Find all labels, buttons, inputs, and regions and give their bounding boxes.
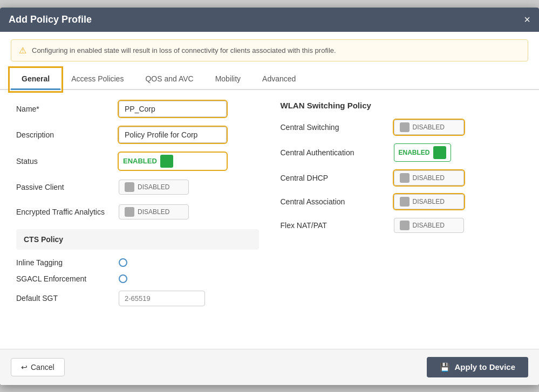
central-assoc-toggle[interactable]: DISABLED xyxy=(394,194,464,209)
modal-footer: ↩ Cancel 💾 Apply to Device xyxy=(0,349,539,385)
central-switching-row: Central Switching DISABLED xyxy=(281,120,523,135)
description-label: Description xyxy=(16,130,113,139)
flex-nat-value: DISABLED xyxy=(413,222,445,229)
central-auth-value: ENABLED xyxy=(399,149,430,156)
passive-client-row: Passive Client DISABLED xyxy=(16,180,259,195)
default-sgt-input[interactable] xyxy=(119,291,205,306)
flex-nat-row: Flex NAT/PAT DISABLED xyxy=(281,218,523,233)
cancel-button[interactable]: ↩ Cancel xyxy=(11,358,65,376)
central-assoc-value: DISABLED xyxy=(413,198,445,205)
apply-label: Apply to Device xyxy=(454,362,515,372)
sgacl-enforcement-label: SGACL Enforcement xyxy=(16,274,113,283)
name-label: Name* xyxy=(16,105,113,113)
encrypted-traffic-label: Encrypted Traffic Analytics xyxy=(16,208,113,216)
central-switching-value: DISABLED xyxy=(413,123,445,131)
right-column: WLAN Switching Policy Central Switching … xyxy=(281,101,523,338)
tab-access-policies[interactable]: Access Policies xyxy=(60,69,134,89)
tab-bar: General Access Policies QOS and AVC Mobi… xyxy=(0,69,539,90)
warning-icon: ⚠ xyxy=(19,45,26,56)
central-dhcp-label: Central DHCP xyxy=(281,174,388,182)
flex-nat-label: Flex NAT/PAT xyxy=(281,221,388,230)
status-toggle[interactable]: ENABLED xyxy=(119,153,227,170)
add-policy-profile-modal: Add Policy Profile × ⚠ Configuring in en… xyxy=(0,8,539,385)
status-label: Status xyxy=(16,157,113,166)
sgacl-enforcement-radio[interactable] xyxy=(119,274,127,283)
sgacl-enforcement-row: SGACL Enforcement xyxy=(16,274,259,283)
default-sgt-label: Default SGT xyxy=(16,294,113,302)
central-switching-label: Central Switching xyxy=(281,123,388,132)
central-assoc-icon xyxy=(400,197,410,207)
inline-tagging-label: Inline Tagging xyxy=(16,258,113,267)
status-enabled-label: ENABLED xyxy=(123,155,173,168)
central-dhcp-value: DISABLED xyxy=(413,174,445,182)
central-switching-icon xyxy=(400,122,410,132)
flex-nat-icon xyxy=(400,221,410,230)
modal-title: Add Policy Profile xyxy=(9,14,92,25)
description-row: Description xyxy=(16,127,259,143)
central-dhcp-icon xyxy=(400,173,410,183)
flex-nat-toggle[interactable]: DISABLED xyxy=(394,218,464,233)
encrypted-traffic-row: Encrypted Traffic Analytics DISABLED xyxy=(16,204,259,219)
central-auth-toggle[interactable]: ENABLED xyxy=(394,143,451,162)
status-enabled-icon xyxy=(160,155,173,168)
cts-policy-section: CTS Policy xyxy=(16,229,259,250)
wlan-section-title: WLAN Switching Policy xyxy=(281,101,523,110)
central-dhcp-toggle[interactable]: DISABLED xyxy=(394,170,464,185)
central-auth-icon xyxy=(433,146,446,159)
passive-client-toggle[interactable]: DISABLED xyxy=(119,180,189,195)
inline-tagging-row: Inline Tagging xyxy=(16,258,259,267)
passive-client-label: Passive Client xyxy=(16,183,113,191)
cts-policy-title: CTS Policy xyxy=(24,235,63,244)
name-row: Name* xyxy=(16,101,259,117)
encrypted-traffic-icon xyxy=(125,207,134,217)
passive-client-icon xyxy=(125,182,134,192)
close-button[interactable]: × xyxy=(524,14,530,25)
apply-button[interactable]: 💾 Apply to Device xyxy=(427,357,528,377)
description-input[interactable] xyxy=(119,127,227,143)
modal-body: Name* Description Status ENABLED xyxy=(0,90,539,349)
save-icon: 💾 xyxy=(440,362,450,372)
left-column: Name* Description Status ENABLED xyxy=(16,101,259,338)
passive-client-value: DISABLED xyxy=(138,183,169,191)
name-input[interactable] xyxy=(119,101,227,117)
tab-advanced[interactable]: Advanced xyxy=(251,69,306,89)
cancel-label: Cancel xyxy=(31,363,54,372)
default-sgt-row: Default SGT xyxy=(16,291,259,306)
modal-header: Add Policy Profile × xyxy=(0,8,539,32)
encrypted-traffic-toggle[interactable]: DISABLED xyxy=(119,204,189,219)
central-assoc-row: Central Association DISABLED xyxy=(281,194,523,209)
central-auth-label: Central Authentication xyxy=(281,148,388,157)
tab-mobility[interactable]: Mobility xyxy=(204,69,251,89)
encrypted-traffic-value: DISABLED xyxy=(138,208,169,216)
inline-tagging-radio[interactable] xyxy=(119,258,127,267)
central-dhcp-row: Central DHCP DISABLED xyxy=(281,170,523,185)
tab-general[interactable]: General xyxy=(11,69,60,90)
warning-bar: ⚠ Configuring in enabled state will resu… xyxy=(11,39,528,61)
cancel-icon: ↩ xyxy=(21,363,28,372)
tab-qos-avc[interactable]: QOS and AVC xyxy=(134,69,204,89)
central-switching-toggle[interactable]: DISABLED xyxy=(394,120,464,135)
central-auth-row: Central Authentication ENABLED xyxy=(281,143,523,162)
status-row: Status ENABLED xyxy=(16,153,259,170)
central-assoc-label: Central Association xyxy=(281,197,388,206)
warning-text: Configuring in enabled state will result… xyxy=(32,46,336,54)
